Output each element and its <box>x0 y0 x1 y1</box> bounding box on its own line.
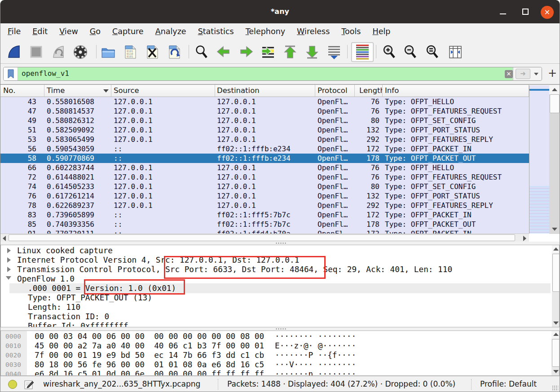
hex-bytes[interactable]: 7f 00 00 01 19 e9 bd 50 ec 14 7b 66 f3 d… <box>35 351 264 360</box>
packet-row-49[interactable]: 490.580826312127.0.0.1127.0.0.1OpenFl…80… <box>0 116 529 125</box>
hex-vscrollbar[interactable] <box>551 331 560 375</box>
menu-edit[interactable]: Edit <box>26 27 53 36</box>
filter-bookmark-icon[interactable] <box>4 67 18 80</box>
menu-analyze[interactable]: Analyze <box>150 27 192 36</box>
reload-file-button[interactable] <box>166 44 182 60</box>
colorize-button[interactable] <box>351 42 374 62</box>
profile-label[interactable]: Profile: Default <box>480 379 537 388</box>
hex-ascii[interactable]: ···V···· ········ <box>275 360 356 370</box>
go-to-packet-button[interactable] <box>260 44 276 60</box>
hex-bytes[interactable]: e6 8d 16 c5 01 0d 00 6e 00 00 00 00 ff f… <box>35 370 264 376</box>
menu-capture[interactable]: Capture <box>106 27 150 36</box>
expander-right-icon[interactable] <box>7 257 11 263</box>
expander-right-icon[interactable] <box>7 267 11 272</box>
maximize-button[interactable] <box>522 9 529 15</box>
packet-row-85[interactable]: 850.740393356::ff02::1:fff5:7b7cOpenFl…1… <box>0 220 529 229</box>
column-header-no[interactable]: No. <box>0 85 44 97</box>
packet-list-vscrollbar[interactable] <box>549 85 560 234</box>
detail-row[interactable]: Linux cooked capture <box>1 246 549 255</box>
packet-row-53[interactable]: 530.583065499127.0.0.1127.0.0.1OpenFl…29… <box>0 135 529 144</box>
column-header-protocol[interactable]: Protocol <box>315 85 355 97</box>
details-vscrollbar[interactable] <box>552 245 560 327</box>
menu-tools[interactable]: Tools <box>335 27 366 36</box>
cell: 172 <box>355 229 383 233</box>
column-header-destination[interactable]: Destination <box>215 85 315 97</box>
menu-go[interactable]: Go <box>84 27 106 36</box>
detail-text: OpenFlow 1.0 <box>17 274 75 284</box>
cell: 127.0.0.1 <box>111 201 215 210</box>
menu-telephony[interactable]: Telephony <box>240 27 291 36</box>
expander-right-icon[interactable] <box>7 248 11 253</box>
splitter-handle[interactable] <box>0 242 560 245</box>
detail-row[interactable]: Length: 110 <box>1 303 549 312</box>
capture-options-button[interactable] <box>72 44 88 60</box>
hex-ascii[interactable]: E···z·@· @······· <box>275 341 356 351</box>
close-button[interactable]: ✕ <box>541 6 554 19</box>
filter-apply-icon[interactable]: ➜ <box>516 69 530 79</box>
cell: OpenFl… <box>315 154 355 163</box>
cell: 292 <box>355 135 383 144</box>
filter-clear-icon[interactable]: ✕ <box>505 70 513 78</box>
hex-ascii[interactable]: ········ ········ <box>275 332 356 341</box>
expander-down-icon[interactable] <box>6 276 11 280</box>
zoom-reset-button[interactable] <box>424 44 441 60</box>
menu-wireless[interactable]: Wireless <box>291 27 335 36</box>
restart-capture-button[interactable] <box>50 44 66 60</box>
save-file-button[interactable]: 010101100101 <box>122 44 138 60</box>
hex-bytes[interactable]: 80 18 00 56 fe 96 00 00 01 01 08 0a e6 8… <box>35 360 264 370</box>
start-capture-button[interactable] <box>6 44 22 60</box>
hex-ascii[interactable]: ·······P ··{f···· <box>275 351 356 360</box>
capture-comment-icon[interactable] <box>24 379 35 392</box>
packet-row-83[interactable]: 830.739605899::ff02::1:fff5:7b7cOpenFl…1… <box>0 210 529 220</box>
resize-columns-button[interactable] <box>447 44 463 60</box>
packet-row-43[interactable]: 430.558016508127.0.0.1127.0.0.1OpenFl…76… <box>0 97 529 106</box>
packet-list-hscrollbar[interactable] <box>0 233 529 242</box>
go-first-button[interactable] <box>282 44 298 60</box>
filter-add-button[interactable]: + <box>547 66 558 80</box>
resize-grip[interactable] <box>552 385 558 391</box>
column-header-time[interactable]: Time <box>44 85 111 97</box>
go-back-button[interactable] <box>216 44 232 60</box>
menu-file[interactable]: File <box>2 27 26 36</box>
zoom-in-button[interactable] <box>381 44 397 60</box>
detail-row[interactable]: Transaction ID: 0 <box>1 312 549 322</box>
display-filter-input[interactable]: openflow_v1 ✕ ➜ <box>3 67 542 81</box>
cell: 132 <box>355 191 383 201</box>
minimize-button[interactable] <box>500 13 506 14</box>
menu-help[interactable]: Help <box>366 27 396 36</box>
column-header-source[interactable]: Source <box>111 85 215 97</box>
hex-bytes[interactable]: 45 00 00 a2 7a a0 40 00 40 06 c1 b3 7f 0… <box>35 341 264 351</box>
zoom-out-button[interactable] <box>402 44 419 60</box>
cell: 53 <box>0 135 44 144</box>
detail-row[interactable]: Buffer Id: 0xffffffff <box>1 322 549 327</box>
packet-row-66[interactable]: 660.602283744127.0.0.1127.0.0.1OpenFl…76… <box>0 163 529 172</box>
menu-statistics[interactable]: Statistics <box>192 27 240 36</box>
expert-info-icon[interactable] <box>8 380 17 389</box>
packet-row-91[interactable]: 910.770720111::ff02::1:ffd4:b70aOpenFl…1… <box>0 229 529 233</box>
auto-scroll-button[interactable] <box>326 44 342 60</box>
packet-row-72[interactable]: 720.614488021127.0.0.1127.0.0.1OpenFl…76… <box>0 172 529 182</box>
packet-row-74[interactable]: 740.614505233127.0.0.1127.0.0.1OpenFl…80… <box>0 182 529 191</box>
hex-ascii[interactable]: ·······n ········ <box>275 370 356 376</box>
packet-row-78[interactable]: 780.622689237127.0.0.1127.0.0.1OpenFl…29… <box>0 201 529 210</box>
stop-capture-button[interactable] <box>28 44 44 60</box>
packet-row-56[interactable]: 560.590543059::ff02::1:fffb:e234OpenFl…1… <box>0 144 529 154</box>
packet-row-76[interactable]: 760.617261214127.0.0.1127.0.0.1OpenFl…13… <box>0 191 529 201</box>
find-packet-button[interactable] <box>194 44 210 60</box>
packet-row-58[interactable]: 580.590770869::ff02::1:fffb:e234OpenFl…1… <box>0 154 529 163</box>
hex-bytes[interactable]: 00 00 03 04 00 06 00 00 00 00 00 00 00 0… <box>35 332 264 341</box>
go-forward-button[interactable] <box>238 44 254 60</box>
filter-dropdown-icon[interactable] <box>534 73 538 75</box>
column-header-length[interactable]: Length <box>355 85 383 97</box>
packet-list-minimap[interactable] <box>529 85 549 233</box>
splitter-handle[interactable] <box>0 327 560 330</box>
open-file-button[interactable] <box>100 44 116 60</box>
go-last-button[interactable] <box>304 44 320 60</box>
column-header-info[interactable]: Info <box>383 85 529 97</box>
detail-row[interactable]: Type: OFPT_PACKET_OUT (13) <box>1 293 549 303</box>
packet-row-47[interactable]: 470.580814537127.0.0.1127.0.0.1OpenFl…76… <box>0 106 529 116</box>
packet-row-51[interactable]: 510.582509092127.0.0.1127.0.0.1OpenFl…13… <box>0 125 529 135</box>
menu-view[interactable]: View <box>53 27 84 36</box>
close-file-button[interactable] <box>144 44 160 60</box>
detail-row[interactable]: .000 0001 = Version: 1.0 (0x01) <box>1 284 549 293</box>
